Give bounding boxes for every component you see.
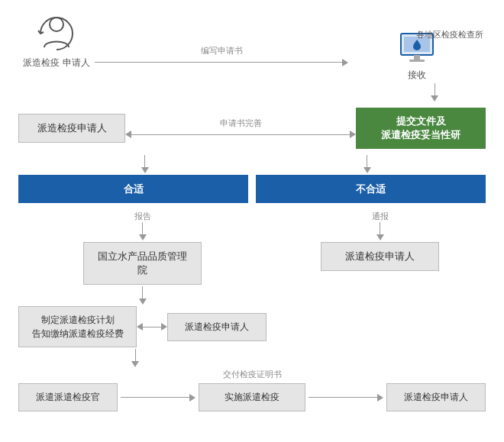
receive-area: 各地区检疫检查所 接收 — [348, 31, 486, 82]
svg-point-0 — [50, 18, 63, 31]
applicant-mid-box: 派遣检疫申请人 — [167, 313, 267, 341]
diagram-container: 派造检疫 申请人 编写申请书 各地区检疫检查所 — [0, 0, 504, 421]
submit-study-box: 提交文件及 派遣检疫妥当性研 — [356, 108, 486, 149]
svg-rect-4 — [409, 60, 425, 62]
suitable-row: 合适 不合适 — [18, 175, 486, 204]
applicant-icon — [37, 14, 76, 53]
suitable-box: 合适 — [18, 175, 248, 204]
institute-box: 国立水产品品质管理院 — [83, 242, 202, 285]
right-column: 通报 派遣检疫申请人 — [270, 209, 486, 347]
section2: 派造检疫申请人 申请书完善 提交文件及 派遣检疫妥当性研 — [18, 108, 486, 149]
applicant-box: 派造检疫申请人 — [18, 114, 125, 143]
report-label: 报告 — [134, 211, 151, 222]
arrow-right-1 — [118, 394, 199, 402]
section3: 报告 国立水产品品质管理院 制定派遣检疫计划 告知缴纳派遣检疫经费 — [18, 209, 486, 347]
top-arrow — [95, 59, 348, 66]
applicant-label: 派造检疫 申请人 — [23, 56, 89, 69]
bidir-arrow — [125, 131, 356, 138]
applicant-actor: 派造检疫 申请人 — [18, 14, 95, 82]
bottom-down-arrow — [18, 347, 486, 369]
top-arrow-area: 编写申请书 — [95, 45, 348, 82]
handover-label: 交付检疫证明书 — [18, 369, 486, 380]
applicant-notify-box: 派遣检疫申请人 — [321, 242, 439, 271]
plan-bidir-row: 制定派遣检疫计划 告知缴纳派遣检疫经费 派遣检疫申请人 — [18, 306, 267, 347]
bidir-label: 申请书完善 — [220, 118, 262, 129]
plan-box: 制定派遣检疫计划 告知缴纳派遣检疫经费 — [18, 306, 137, 347]
inspector-box: 派遣派遣检疫官 — [18, 383, 118, 411]
plan-bidir-arrow — [137, 323, 167, 331]
receive-down-arrow — [18, 82, 486, 103]
bottom-row: 派遣派遣检疫官 实施派遣检疫 派遣检疫申请人 — [18, 383, 486, 411]
receive-label: 接收 — [408, 69, 426, 82]
implement-box: 实施派遣检疫 — [199, 383, 305, 411]
svg-rect-3 — [414, 55, 420, 60]
notify-label: 通报 — [372, 211, 389, 222]
unsuitable-box: 不合适 — [256, 175, 486, 204]
left-column: 报告 国立水产品品质管理院 制定派遣检疫计划 告知缴纳派遣检疫经费 — [18, 209, 270, 347]
arrow-right-2 — [305, 394, 386, 402]
top-arrow-label: 编写申请书 — [201, 45, 243, 56]
bottom-section: 交付检疫证明书 派遣派遣检疫官 实施派遣检疫 派遣检疫申请人 — [18, 369, 486, 411]
split-arrows — [18, 153, 486, 175]
right-side-note: 各地区检疫检查所 — [416, 29, 483, 40]
top-section: 派造检疫 申请人 编写申请书 各地区检疫检查所 — [18, 14, 486, 82]
applicant-bottom-box: 派遣检疫申请人 — [386, 383, 486, 411]
